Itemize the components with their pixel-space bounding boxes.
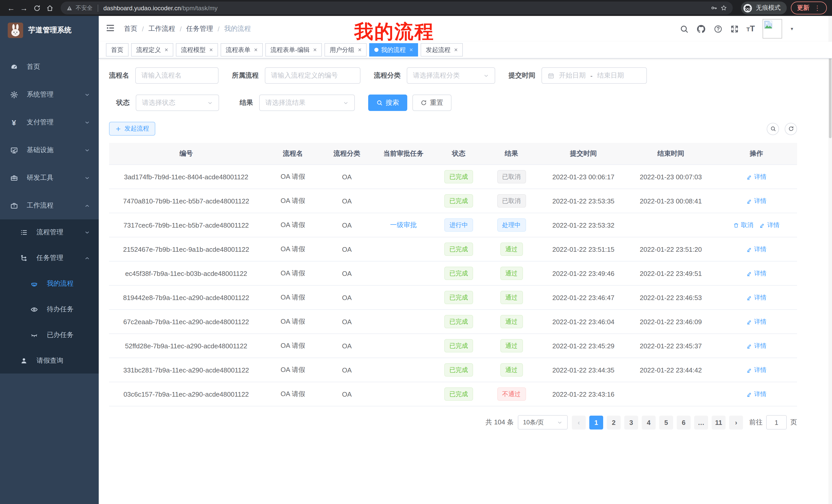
goto-unit: 页 xyxy=(790,418,797,427)
detail-link[interactable]: 详情 xyxy=(746,390,766,398)
chevron-down-icon[interactable]: ▼ xyxy=(790,26,794,31)
detail-link[interactable]: 详情 xyxy=(746,269,766,278)
detail-link[interactable]: 详情 xyxy=(746,172,766,181)
sidebar-item-todo-task[interactable]: 待办任务 xyxy=(0,297,99,322)
close-icon[interactable]: × xyxy=(313,46,317,53)
process-category-select[interactable]: 请选择流程分类 xyxy=(407,67,495,84)
sidebar-item-home[interactable]: 首页 xyxy=(0,53,99,81)
close-icon[interactable]: × xyxy=(358,46,362,53)
detail-link[interactable]: 详情 xyxy=(746,366,766,374)
cell-category: OA xyxy=(322,310,371,334)
sidebar-item-infrastructure[interactable]: 基础设施 xyxy=(0,136,99,164)
scrollbar-thumb[interactable] xyxy=(829,46,831,138)
detail-link[interactable]: 详情 xyxy=(746,341,766,350)
process-name-input[interactable]: 请输入流程名 xyxy=(135,67,218,84)
app-logo-row[interactable]: 芋道管理系统 xyxy=(0,16,99,45)
forward-icon[interactable]: → xyxy=(18,2,30,14)
breadcrumb-item[interactable]: 首页 xyxy=(124,24,137,33)
search-button[interactable]: 搜索 xyxy=(368,94,407,111)
tab-process-form-edit[interactable]: 流程表单-编辑× xyxy=(265,43,322,57)
address-bar[interactable]: 不安全 dashboard.yudao.iocoder.cn/bpm/task/… xyxy=(61,2,733,15)
url-text[interactable]: dashboard.yudao.iocoder.cn/bpm/task/my xyxy=(103,4,217,11)
sidebar-item-label: 流程管理 xyxy=(36,228,63,237)
tab-process-form[interactable]: 流程表单× xyxy=(220,43,263,57)
sidebar-item-done-task[interactable]: 已办任务 xyxy=(0,322,99,348)
breadcrumb-item[interactable]: 工作流程 xyxy=(148,24,175,33)
goto-page-input[interactable]: 1 xyxy=(766,415,787,429)
search-icon[interactable] xyxy=(679,24,688,33)
cancel-link[interactable]: 取消 xyxy=(733,221,753,229)
detail-link[interactable]: 详情 xyxy=(746,293,766,302)
reset-button[interactable]: 重置 xyxy=(412,94,451,111)
result-badge: 处理中 xyxy=(497,218,526,232)
sidebar-item-task-mgmt[interactable]: 任务管理 xyxy=(0,245,99,271)
refresh-table-button[interactable] xyxy=(785,122,797,135)
close-icon[interactable]: × xyxy=(209,46,213,53)
github-icon[interactable] xyxy=(696,24,706,34)
page-button[interactable]: 11 xyxy=(712,415,726,429)
sidebar-item-leave-query[interactable]: 请假查询 xyxy=(0,348,99,373)
page-button[interactable]: 3 xyxy=(624,415,638,429)
pagination: 共 104 条 10条/页 ‹123456…11› 前往 1 页 xyxy=(109,415,797,429)
bookmark-star-icon[interactable] xyxy=(721,5,727,11)
close-icon[interactable]: × xyxy=(254,46,258,53)
action-label: 详情 xyxy=(754,197,766,205)
site-security[interactable]: 不安全 xyxy=(66,4,93,12)
page-ellipsis[interactable]: … xyxy=(694,415,708,429)
reload-icon[interactable] xyxy=(31,2,43,14)
fullscreen-icon[interactable] xyxy=(730,24,739,33)
current-task-link[interactable]: 一级审批 xyxy=(390,220,417,230)
tab-my-process[interactable]: 我的流程× xyxy=(369,43,418,57)
avatar[interactable] xyxy=(762,19,782,38)
sidebar-item-system-mgmt[interactable]: 系统管理 xyxy=(0,81,99,108)
key-icon[interactable] xyxy=(711,5,717,11)
detail-link[interactable]: 详情 xyxy=(746,245,766,254)
create-process-button[interactable]: 发起流程 xyxy=(109,122,155,136)
home-icon[interactable] xyxy=(44,2,55,14)
status-select[interactable]: 请选择状态 xyxy=(136,94,219,111)
edit-icon xyxy=(746,343,752,348)
tab-process-definition[interactable]: 流程定义× xyxy=(131,43,173,57)
close-icon[interactable]: × xyxy=(409,46,413,53)
help-icon[interactable] xyxy=(713,24,722,33)
page-button[interactable]: 2 xyxy=(607,415,621,429)
detail-link[interactable]: 详情 xyxy=(746,197,766,205)
result-select[interactable]: 请选择流结果 xyxy=(259,94,355,111)
cell-status: 已完成 xyxy=(436,261,482,285)
next-page-button[interactable]: › xyxy=(729,415,743,429)
close-icon[interactable]: × xyxy=(164,46,168,53)
page-button[interactable]: 1 xyxy=(589,415,603,429)
submit-time-range-picker[interactable]: 开始日期 - 结束日期 xyxy=(542,67,647,84)
close-icon[interactable]: × xyxy=(454,46,458,53)
breadcrumb-item[interactable]: 任务管理 xyxy=(186,24,213,33)
breadcrumb-separator: / xyxy=(218,25,219,33)
refresh-icon xyxy=(421,100,427,106)
chrome-update-button[interactable]: 更新 ⋮ xyxy=(791,2,827,15)
detail-link[interactable]: 详情 xyxy=(759,221,780,229)
robot-icon xyxy=(30,279,38,288)
tab-home[interactable]: 首页 xyxy=(106,43,129,57)
page-button[interactable]: 6 xyxy=(677,415,691,429)
scrollbar[interactable] xyxy=(828,16,832,504)
status-badge: 已完成 xyxy=(444,363,473,376)
sidebar-item-payment-mgmt[interactable]: ¥支付管理 xyxy=(0,108,99,136)
tab-start-process[interactable]: 发起流程× xyxy=(421,43,463,57)
sidebar-item-dev-tools[interactable]: 研发工具 xyxy=(0,164,99,192)
page-button[interactable]: 4 xyxy=(642,415,656,429)
tab-user-group[interactable]: 用户分组× xyxy=(324,43,367,57)
hamburger-icon[interactable] xyxy=(105,23,117,34)
sidebar-item-my-process[interactable]: 我的流程 xyxy=(0,271,99,297)
cell-process-name: OA 请假 xyxy=(263,261,322,285)
show-search-button[interactable] xyxy=(767,122,779,135)
detail-link[interactable]: 详情 xyxy=(746,317,766,326)
font-size-icon[interactable]: TT xyxy=(746,24,755,33)
prev-page-button[interactable]: ‹ xyxy=(572,415,586,429)
process-definition-input[interactable]: 请输入流程定义的编号 xyxy=(265,67,361,84)
tab-process-model[interactable]: 流程模型× xyxy=(176,43,218,57)
page-size-select[interactable]: 10条/页 xyxy=(518,415,568,429)
sidebar-item-workflow[interactable]: 工作流程 xyxy=(0,192,99,219)
chrome-menu-icon[interactable]: ⋮ xyxy=(814,4,821,12)
sidebar-item-process-mgmt[interactable]: 流程管理 xyxy=(0,219,99,245)
page-button[interactable]: 5 xyxy=(659,415,673,429)
back-icon[interactable]: ← xyxy=(5,2,17,14)
